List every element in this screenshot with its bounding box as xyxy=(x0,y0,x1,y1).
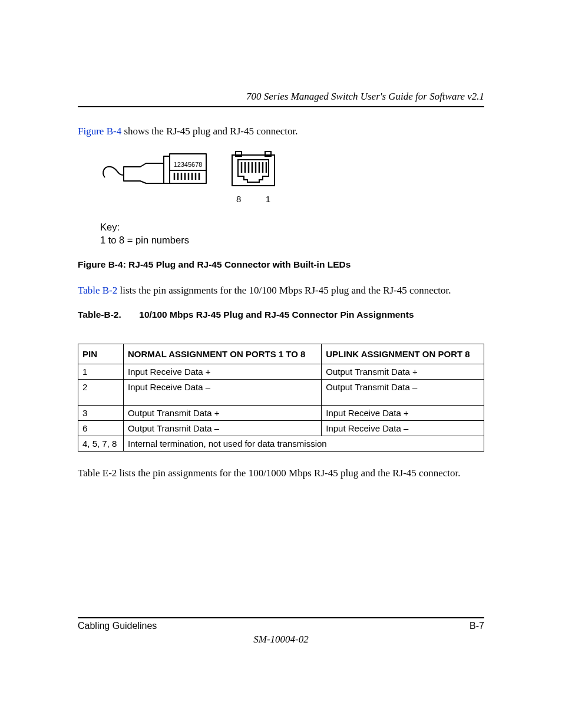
table-row: 6Output Transmit Data –Input Receive Dat… xyxy=(78,421,484,436)
cell-pin: 4, 5, 7, 8 xyxy=(78,436,124,452)
cell-uplink: Input Receive Data + xyxy=(322,406,484,421)
table-header-row: PIN NORMAL ASSIGNMENT ON PORTS 1 TO 8 UP… xyxy=(78,344,484,364)
cell-normal: Output Transmit Data + xyxy=(124,406,322,421)
footer-page: B-7 xyxy=(470,621,484,631)
th-uplink: UPLINK ASSIGNMENT ON PORT 8 xyxy=(322,344,484,364)
cell-pin: 2 xyxy=(78,380,124,406)
key-line: 1 to 8 = pin numbers xyxy=(100,233,484,246)
plug-pin-numbers: 12345678 xyxy=(174,161,203,168)
pin-assignment-table: PIN NORMAL ASSIGNMENT ON PORTS 1 TO 8 UP… xyxy=(78,344,484,452)
cell-merged: Internal termination, not used for data … xyxy=(124,436,484,452)
closing-paragraph: Table E-2 lists the pin assignments for … xyxy=(78,467,484,480)
table-caption-label: Table-B-2. xyxy=(78,309,137,320)
table-ref-link[interactable]: Table B-2 xyxy=(78,285,117,296)
table-row: 2Input Receive Data –Output Transmit Dat… xyxy=(78,380,484,406)
cell-pin: 1 xyxy=(78,364,124,380)
jack-label-8: 8 xyxy=(236,194,241,204)
figure-ref-link[interactable]: Figure B-4 xyxy=(78,126,121,137)
key-title: Key: xyxy=(100,220,484,233)
cell-normal: Output Transmit Data – xyxy=(124,421,322,436)
cell-normal: Input Receive Data – xyxy=(124,380,322,406)
running-header: 700 Series Managed Switch User's Guide f… xyxy=(78,91,484,107)
th-pin: PIN xyxy=(78,344,124,364)
intro-rest: shows the RJ-45 plug and RJ-45 connector… xyxy=(121,126,297,137)
cell-uplink: Output Transmit Data – xyxy=(322,380,484,406)
cell-normal: Input Receive Data + xyxy=(124,364,322,380)
footer-doc-id: SM-10004-02 xyxy=(78,634,484,645)
cell-pin: 6 xyxy=(78,421,124,436)
th-normal: NORMAL ASSIGNMENT ON PORTS 1 TO 8 xyxy=(124,344,322,364)
table-caption: Table-B-2. 10/100 Mbps RJ-45 Plug and RJ… xyxy=(78,309,484,320)
table-intro-paragraph: Table B-2 lists the pin assignments for … xyxy=(78,284,484,298)
cell-pin: 3 xyxy=(78,406,124,421)
page-footer: Cabling Guidelines B-7 SM-10004-02 xyxy=(78,617,484,645)
rj45-jack-block: 8 1 xyxy=(230,149,277,204)
table-row: 4, 5, 7, 8Internal termination, not used… xyxy=(78,436,484,452)
figure-key: Key: 1 to 8 = pin numbers xyxy=(100,220,484,247)
rj45-plug-icon: 12345678 xyxy=(100,149,212,190)
intro-paragraph: Figure B-4 shows the RJ-45 plug and RJ-4… xyxy=(78,125,484,139)
footer-section: Cabling Guidelines xyxy=(78,621,157,631)
jack-label-1: 1 xyxy=(266,194,270,204)
table-row: 1Input Receive Data +Output Transmit Dat… xyxy=(78,364,484,380)
figure-block: 12345678 xyxy=(100,149,484,247)
table-row: 3Output Transmit Data +Input Receive Dat… xyxy=(78,406,484,421)
cell-uplink: Output Transmit Data + xyxy=(322,364,484,380)
rj45-jack-icon xyxy=(230,149,277,190)
cell-uplink: Input Receive Data – xyxy=(322,421,484,436)
table-intro-rest: lists the pin assignments for the 10/100… xyxy=(117,285,451,296)
table-caption-title: 10/100 Mbps RJ-45 Plug and RJ-45 Connect… xyxy=(139,309,414,319)
figure-caption: Figure B-4: RJ-45 Plug and RJ-45 Connect… xyxy=(78,259,484,270)
